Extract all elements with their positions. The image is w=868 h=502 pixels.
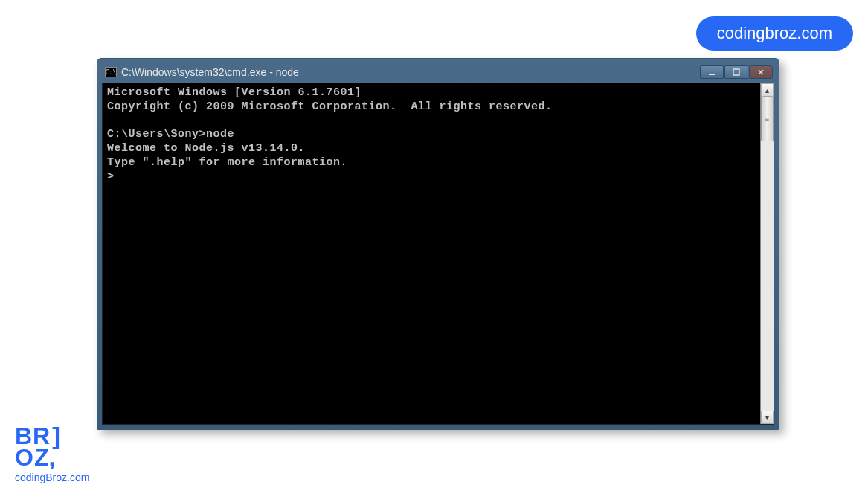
window-title: C:\Windows\system32\cmd.exe - node [121,66,299,78]
svg-rect-0 [709,74,715,75]
cmd-window: C:\ C:\Windows\system32\cmd.exe - node [97,58,779,430]
window-controls [700,65,773,79]
logo-text-oz: OZ [15,447,49,469]
terminal-line: Type ".help" for more information. [107,156,347,169]
scroll-thumb[interactable] [761,97,774,141]
chevron-up-icon: ▴ [765,86,769,94]
terminal-output[interactable]: Microsoft Windows [Version 6.1.7601] Cop… [103,83,760,424]
terminal-line: Welcome to Node.js v13.14.0. [107,142,305,155]
window-titlebar[interactable]: C:\ C:\Windows\system32\cmd.exe - node [102,63,774,81]
maximize-icon [733,68,740,76]
cmd-icon: C:\ [105,67,117,77]
terminal-line: C:\Users\Sony>node [107,128,234,141]
minimize-icon [708,68,716,76]
watermark-logo: BR ] OZ , codingBroz.com [15,425,89,483]
watermark-badge-text: codingbroz.com [717,24,832,42]
titlebar-left: C:\ C:\Windows\system32\cmd.exe - node [105,66,299,78]
maximize-button[interactable] [724,65,748,79]
svg-rect-1 [733,69,739,75]
terminal-line: Copyright (c) 2009 Microsoft Corporation… [107,100,553,113]
scroll-up-button[interactable]: ▴ [761,83,774,97]
terminal-container: Microsoft Windows [Version 6.1.7601] Cop… [102,83,774,425]
terminal-line: Microsoft Windows [Version 6.1.7601] [107,86,361,99]
close-button[interactable] [749,65,773,79]
scroll-down-button[interactable]: ▾ [761,411,774,424]
comma-icon: , [48,447,55,469]
watermark-footer-text: codingBroz.com [15,472,89,483]
scroll-track[interactable] [761,97,774,411]
terminal-prompt: > [107,170,115,183]
watermark-badge: codingbroz.com [696,16,853,51]
vertical-scrollbar[interactable]: ▴ ▾ [760,83,774,424]
chevron-down-icon: ▾ [765,413,769,422]
close-icon [757,68,765,76]
minimize-button[interactable] [700,65,724,79]
